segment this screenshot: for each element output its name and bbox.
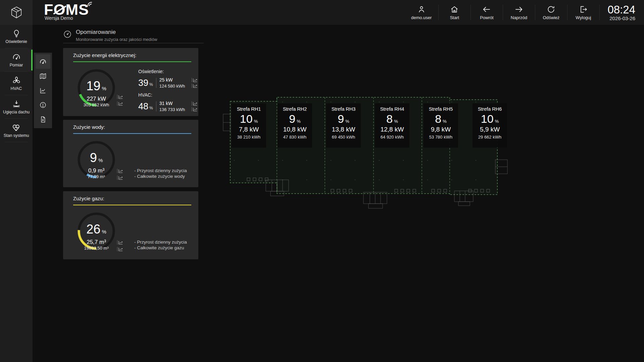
divider xyxy=(192,101,192,106)
trend-chart-button[interactable] xyxy=(117,95,123,99)
trend-chart-icon xyxy=(193,107,197,111)
water-gauge: 9% 0,9 m³ 77,09 m³ xyxy=(76,140,116,180)
heart-pulse-icon xyxy=(12,123,21,132)
legend-line: - Całkowite zużycie gazu xyxy=(134,245,187,251)
rail-measurement-button[interactable] xyxy=(36,54,50,69)
page-header: Opomiarowanie Monitorowanie zużycia oraz… xyxy=(63,29,204,42)
gauge-icon xyxy=(12,53,21,61)
zone-card-rh2[interactable]: Strefa RH2 9% 10,8 kW 47 830 kWh xyxy=(278,103,312,148)
breakdown-chart-links xyxy=(192,101,197,111)
sidebar-item-stan-systemu[interactable]: Stan systemu xyxy=(0,119,33,142)
breakdown-label: HVAC: xyxy=(138,92,197,98)
zone-card-rh1[interactable]: Strefa RH1 10% 7,8 kW 38 210 kWh xyxy=(232,103,266,148)
rail-export-button[interactable] xyxy=(34,112,52,126)
electricity-card-title: Zużycie energii elektrycznej: xyxy=(73,52,136,58)
zone-name: Strefa RH2 xyxy=(278,106,312,112)
zone-percent: 10% xyxy=(232,112,266,125)
divider xyxy=(156,78,156,88)
line-chart-icon xyxy=(39,87,47,94)
trend-chart-button[interactable] xyxy=(117,101,123,106)
trend-chart-button[interactable] xyxy=(192,84,197,88)
zone-card-rh6[interactable]: Strefa RH6 10% 5,9 kW 29 662 kWh xyxy=(473,103,507,148)
sidebar-item-pomiar[interactable]: Pomiar xyxy=(0,48,33,72)
brand: FOMS Wersja Demo xyxy=(44,0,89,25)
nav-logout-label: Wyloguj xyxy=(576,15,591,20)
gauge-energy: 303 852 kWh xyxy=(76,102,116,107)
zone-power: 9,8 kW xyxy=(424,126,458,133)
gauge-chart-links xyxy=(117,240,123,251)
gauge-daily: 0,9 m³ xyxy=(76,167,116,174)
electricity-card: Zużycie energii elektrycznej: 19% 227 kW… xyxy=(63,48,198,116)
trend-chart-button[interactable] xyxy=(117,169,123,173)
water-card: Zużycie wody: 9% 0,9 m³ 77,09 m³ - Przyr… xyxy=(63,120,198,187)
sidebar-item-oswietlenie[interactable]: Oświetlenie xyxy=(0,25,33,48)
gauge-total: 77,09 m³ xyxy=(76,174,116,179)
arrow-right-icon xyxy=(514,5,524,14)
nav-logout-button[interactable]: Wyloguj xyxy=(567,0,599,25)
breakdown-values: 25 kW 124 580 kWh xyxy=(159,77,185,89)
zone-name: Strefa RH3 xyxy=(326,106,361,112)
trend-chart-button[interactable] xyxy=(117,175,123,180)
rail-alerts-button[interactable] xyxy=(34,98,52,112)
zone-name: Strefa RH1 xyxy=(232,106,266,112)
divider xyxy=(156,101,156,111)
nav-refresh-label: Odśwież xyxy=(543,15,559,20)
home-icon xyxy=(450,5,459,14)
zone-card-rh5[interactable]: Strefa RH5 8% 9,8 kW 53 780 kWh xyxy=(424,103,458,148)
zone-name: Strefa RH4 xyxy=(375,106,409,112)
breakdown-values: 31 kW 136 733 kWh xyxy=(159,101,185,112)
zone-energy: 29 662 kWh xyxy=(473,135,507,140)
gas-card-title: Zużycie gazu: xyxy=(73,196,104,201)
nav-refresh-button[interactable]: Odśwież xyxy=(535,0,567,25)
zone-card-rh4[interactable]: Strefa RH4 8% 12,8 kW 64 920 kWh xyxy=(375,103,409,148)
trend-chart-button[interactable] xyxy=(117,240,123,245)
trend-chart-icon xyxy=(118,241,123,245)
clock-date: 2026-03-26 xyxy=(609,15,635,21)
user-icon xyxy=(417,5,426,14)
page-subtitle: Monitorowanie zużycia oraz jakości medió… xyxy=(76,37,157,42)
sidebar-item-ugiecia-dachu[interactable]: Ugięcia dachu xyxy=(0,95,33,119)
metering-icon xyxy=(63,30,72,39)
nav-forward-label: Naprzód xyxy=(511,15,527,20)
app-header: FOMS Wersja Demo demo.user xyxy=(0,0,644,25)
gauge-icon xyxy=(39,58,47,65)
trend-chart-button[interactable] xyxy=(192,101,197,106)
gauge-percent: 19% xyxy=(76,79,116,93)
trend-chart-button[interactable] xyxy=(117,247,123,251)
header-nav: demo.user Start Powrót xyxy=(404,0,644,25)
trend-chart-icon xyxy=(118,176,123,180)
brand-letters-ms: MS xyxy=(66,3,89,17)
app-logo-button[interactable] xyxy=(0,0,33,25)
sub-nav-rail xyxy=(34,53,52,128)
rail-charts-button[interactable] xyxy=(34,83,52,98)
nav-forward-button[interactable]: Naprzód xyxy=(503,0,535,25)
water-legend: - Przyrost dzienny zużycia - Całkowite z… xyxy=(134,168,187,179)
legend-line: - Przyrost dzienny zużycia xyxy=(134,168,187,173)
trend-chart-button[interactable] xyxy=(192,78,197,82)
logout-icon xyxy=(579,5,588,14)
divider xyxy=(117,95,117,99)
user-menu[interactable]: demo.user xyxy=(404,0,438,25)
nav-back-button[interactable]: Powrót xyxy=(470,0,503,25)
divider xyxy=(117,175,117,180)
sidebar-item-hvac[interactable]: HVAC xyxy=(0,72,33,95)
gauge-power: 227 kW xyxy=(76,96,116,102)
divider xyxy=(192,78,192,82)
divider xyxy=(117,247,117,251)
zone-power: 10,8 kW xyxy=(278,126,312,133)
trend-chart-button[interactable] xyxy=(192,107,197,111)
sidebar-label: Ugięcia dachu xyxy=(2,110,30,114)
nav-start-button[interactable]: Start xyxy=(438,0,470,25)
zone-card-rh3[interactable]: Strefa RH3 9% 13,8 kW 69 450 kWh xyxy=(326,103,361,148)
divider xyxy=(117,169,117,173)
zone-energy: 69 450 kWh xyxy=(326,135,361,140)
building-cube-icon xyxy=(9,5,24,20)
sidebar-label: HVAC xyxy=(10,87,23,91)
signal-waves-icon xyxy=(87,1,93,7)
gas-legend: - Przyrost dzienny zużycia - Całkowite z… xyxy=(134,239,187,251)
title-divider xyxy=(63,43,204,43)
zone-percent: 9% xyxy=(278,112,312,125)
divider xyxy=(117,240,117,245)
zone-percent: 8% xyxy=(375,112,409,125)
rail-map-button[interactable] xyxy=(34,69,52,83)
